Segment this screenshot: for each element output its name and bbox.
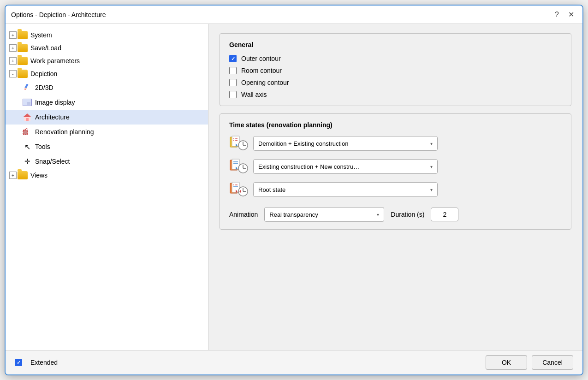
opening-contour-checkbox[interactable]: [229, 79, 237, 86]
sidebar-label-tools: Tools: [35, 143, 50, 150]
close-button[interactable]: ✕: [565, 9, 577, 20]
existing-icon: [229, 158, 248, 175]
footer: Extended OK Cancel: [6, 350, 582, 374]
animation-dropdown[interactable]: Real transparency ▾: [264, 207, 384, 222]
sidebar-item-views[interactable]: + Views: [6, 169, 208, 182]
general-section: General Outer contour Room contour Openi…: [220, 33, 571, 106]
root-icon: [229, 181, 248, 198]
folder-icon-depiction: [18, 70, 28, 78]
sidebar-item-renovation[interactable]: Renovation planning: [6, 125, 208, 139]
sidebar-label-saveload: Save/Load: [30, 44, 61, 52]
time-states-section: Time states (renovation planning): [220, 113, 571, 230]
opening-contour-row: Opening contour: [229, 79, 562, 86]
sidebar-item-workparams[interactable]: + Work parameters: [6, 54, 208, 67]
sidebar-item-imagedisplay[interactable]: Image display: [6, 95, 208, 110]
pencil-icon: [22, 83, 32, 93]
titlebar-controls: ? ✕: [552, 9, 577, 20]
animation-dropdown-text: Real transparency: [269, 211, 318, 218]
tools-icon: ↖: [22, 142, 32, 152]
opening-contour-label: Opening contour: [241, 79, 289, 86]
folder-icon-workparams: [18, 57, 28, 65]
wall-axis-label: Wall axis: [241, 91, 267, 98]
dropdown-3-text: Root state: [258, 186, 285, 193]
dropdown-row-3: Root state ▾: [229, 181, 562, 198]
renovation-icon: [22, 127, 32, 137]
animation-label: Animation: [229, 211, 258, 218]
wall-axis-row: Wall axis: [229, 91, 562, 98]
room-contour-checkbox[interactable]: [229, 67, 237, 74]
dropdown-3[interactable]: Root state ▾: [253, 182, 438, 197]
extended-checkbox[interactable]: [15, 359, 22, 366]
footer-left: Extended: [15, 359, 58, 366]
dropdown-2-arrow: ▾: [430, 164, 433, 169]
dropdown-1[interactable]: Demolition + Existing construction ▾: [253, 136, 438, 151]
dialog-title: Options - Depiction - Architecture: [11, 11, 106, 18]
duration-label: Duration (s): [391, 211, 424, 218]
room-contour-label: Room contour: [241, 67, 282, 74]
folder-icon-system: [18, 31, 28, 39]
duration-input[interactable]: [431, 208, 458, 221]
folder-icon-saveload: [18, 44, 28, 52]
sidebar-item-system[interactable]: + System: [6, 29, 208, 42]
outer-contour-row: Outer contour: [229, 55, 562, 62]
animation-row: Animation Real transparency ▾ Duration (…: [229, 204, 562, 222]
main-panel: General Outer contour Room contour Openi…: [208, 24, 582, 350]
expander-saveload[interactable]: +: [9, 44, 17, 52]
dropdown-3-arrow: ▾: [430, 187, 433, 192]
sidebar-label-system: System: [30, 31, 52, 39]
sidebar-label-views: Views: [30, 172, 48, 179]
dropdown-2-text: Existing construction + New constru…: [258, 163, 359, 170]
dropdown-1-arrow: ▾: [430, 141, 433, 146]
expander-system[interactable]: +: [9, 31, 17, 39]
snap-select-icon: ✛: [22, 156, 32, 166]
cancel-button[interactable]: Cancel: [532, 355, 573, 370]
help-button[interactable]: ?: [552, 10, 562, 20]
sidebar-label-renovation: Renovation planning: [35, 128, 94, 136]
sidebar-label-2d3d: 2D/3D: [35, 84, 53, 91]
dropdown-row-2: Existing construction + New constru… ▾: [229, 158, 562, 175]
demo-icon: [229, 135, 248, 152]
sidebar-label-architecture: Architecture: [35, 113, 70, 121]
sidebar-item-architecture[interactable]: Architecture: [6, 110, 208, 125]
outer-contour-checkbox[interactable]: [229, 55, 237, 62]
time-states-title: Time states (renovation planning): [229, 121, 562, 129]
dropdown-2[interactable]: Existing construction + New constru… ▾: [253, 159, 438, 174]
svg-rect-5: [26, 118, 29, 121]
expander-workparams[interactable]: +: [9, 57, 17, 65]
sidebar-label-workparams: Work parameters: [30, 57, 80, 65]
image-display-icon: [22, 97, 32, 107]
sidebar-item-tools[interactable]: ↖ Tools: [6, 139, 208, 154]
sidebar-item-2d3d[interactable]: 2D/3D: [6, 80, 208, 95]
content: + System + Save/Load + Work parameters -…: [6, 24, 582, 350]
expander-views[interactable]: +: [9, 172, 17, 179]
footer-right: OK Cancel: [486, 355, 573, 370]
dialog: Options - Depiction - Architecture ? ✕ +…: [5, 5, 583, 375]
dropdown-1-text: Demolition + Existing construction: [258, 140, 348, 147]
ok-button[interactable]: OK: [486, 355, 527, 370]
sidebar-item-snapselect[interactable]: ✛ Snap/Select: [6, 154, 208, 169]
dropdown-row-1: Demolition + Existing construction ▾: [229, 135, 562, 152]
room-contour-row: Room contour: [229, 67, 562, 74]
sidebar-label-imagedisplay: Image display: [35, 99, 75, 106]
general-title: General: [229, 41, 562, 48]
folder-icon-views: [18, 171, 28, 179]
sidebar-label-depiction: Depiction: [30, 70, 57, 77]
expander-depiction[interactable]: -: [9, 70, 17, 77]
wall-axis-checkbox[interactable]: [229, 91, 237, 98]
sidebar-item-saveload[interactable]: + Save/Load: [6, 42, 208, 54]
sidebar-label-snapselect: Snap/Select: [35, 158, 70, 165]
extended-label: Extended: [30, 359, 58, 366]
svg-marker-3: [23, 113, 31, 117]
outer-contour-label: Outer contour: [241, 55, 281, 62]
animation-dropdown-arrow: ▾: [377, 212, 379, 217]
titlebar: Options - Depiction - Architecture ? ✕: [6, 6, 582, 24]
sidebar-item-depiction[interactable]: - Depiction: [6, 67, 208, 80]
architecture-icon: [22, 112, 32, 122]
sidebar: + System + Save/Load + Work parameters -…: [6, 24, 208, 350]
